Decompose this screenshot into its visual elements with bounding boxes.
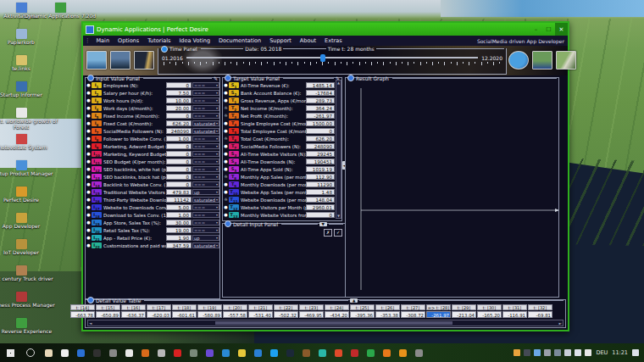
menu-item-main[interactable]: Main — [92, 37, 114, 44]
table-cell[interactable]: -620.03 — [147, 311, 171, 318]
target-value-field[interactable]: 1500.00 — [306, 120, 335, 126]
table-cell[interactable]: -213.04 — [452, 311, 476, 318]
target-value-field[interactable]: 148.04 — [306, 197, 335, 203]
input-mode-dropdown[interactable]: up▾ — [192, 235, 219, 241]
start-button[interactable] — [0, 343, 20, 362]
table-col-header[interactable]: t: [20] — [223, 304, 247, 310]
desktop-icon-app-developer[interactable]: App Developer — [0, 213, 58, 230]
cancel-button[interactable]: ✗ — [324, 229, 332, 237]
desktop-icon-te-links[interactable]: te.links — [0, 55, 58, 72]
taskbar-app-icon-6[interactable] — [121, 343, 137, 362]
desktop-icon-the-reverse-experience[interactable]: The Reverse Experience — [0, 318, 58, 335]
target-value-field[interactable]: 248090 — [306, 143, 335, 149]
window-titlebar[interactable]: Dynamic Applications | Perfect Desire – … — [83, 23, 568, 36]
table-cell[interactable]: -502.32 — [274, 311, 298, 318]
input-value-field[interactable]: 0 — [166, 166, 192, 172]
menu-item-documentation[interactable]: Documentation — [214, 37, 265, 44]
table-col-header[interactable]: t: [14] — [70, 304, 95, 310]
scene-thumb-1[interactable] — [86, 51, 107, 70]
target-value-field[interactable]: 29245 — [306, 151, 335, 157]
table-col-header[interactable]: t: [18] — [172, 304, 197, 310]
scene-thumb-2[interactable] — [110, 51, 130, 70]
table-col-header[interactable]: t: [25] — [350, 304, 375, 310]
input-mode-dropdown[interactable]: saturated▾ — [192, 120, 219, 126]
input-mode-dropdown[interactable]: ===▾ — [192, 113, 219, 119]
taskbar-app-icon-19[interactable] — [330, 343, 347, 362]
table-col-header[interactable]: t: [21] — [248, 304, 273, 310]
scroll-down-icon[interactable]: ▼ — [337, 214, 340, 218]
taskbar-app-icon-2[interactable] — [57, 343, 73, 362]
target-value-field[interactable]: 112.90 — [306, 174, 335, 180]
edit-pencil-icon[interactable]: ✎ — [214, 75, 218, 81]
scene-thumb-5[interactable] — [556, 51, 576, 70]
menu-item-idea-voting[interactable]: Idea Voting — [175, 37, 214, 44]
target-value-field[interactable]: -17684 — [306, 90, 335, 96]
taskbar-app-icon-18[interactable] — [314, 343, 330, 362]
tray-icon-2[interactable] — [524, 349, 530, 356]
input-mode-dropdown[interactable]: saturated▾ — [192, 128, 219, 134]
target-value-field[interactable]: 1485.14 — [306, 82, 335, 88]
scroll-right-icon[interactable]: ► — [559, 321, 562, 326]
table-collapse-button[interactable]: ▲ — [350, 298, 358, 303]
tray-icon-3[interactable] — [534, 349, 541, 356]
input-value-field[interactable]: 11142 — [166, 197, 192, 203]
input-mode-dropdown[interactable]: ===▾ — [192, 90, 219, 96]
menu-item-extras[interactable]: Extras — [320, 37, 347, 44]
table-col-header[interactable]: t: [15] — [96, 304, 120, 310]
input-value-field[interactable]: 1.90 — [166, 235, 192, 241]
menu-item-about[interactable]: About — [296, 37, 320, 44]
scroll-left-icon[interactable]: ◄ — [89, 321, 92, 326]
table-col-header[interactable]: => t: [28] — [426, 304, 451, 310]
desktop-icon-perfect-desire[interactable]: Perfect Desire — [0, 187, 58, 203]
input-value-field[interactable]: 0 — [166, 143, 192, 149]
table-hscrollbar[interactable]: ◄ ► — [87, 320, 564, 326]
language-indicator[interactable]: DEU — [596, 349, 608, 356]
table-cell[interactable]: -650.89 — [96, 311, 120, 318]
table-cell[interactable]: -165.20 — [477, 311, 502, 318]
table-cell[interactable]: -395.36 — [350, 311, 375, 318]
input-mode-dropdown[interactable]: ===▾ — [192, 143, 219, 149]
taskbar-app-icon-21[interactable] — [363, 343, 379, 362]
input-mode-dropdown[interactable]: ===▾ — [192, 204, 219, 210]
input-mode-dropdown[interactable]: ===▾ — [192, 136, 219, 142]
minimize-button[interactable]: – — [530, 23, 542, 36]
desktop-icon-startup-product-manager[interactable]: Startup Product Manager — [0, 160, 58, 177]
input-value-field[interactable]: 0 — [166, 181, 192, 187]
confirm-button[interactable]: ✓ — [334, 229, 342, 237]
table-cell[interactable]: -580.89 — [197, 311, 222, 318]
taskbar-app-icon-1[interactable] — [41, 343, 57, 362]
scroll-up-icon[interactable]: ▲ — [337, 81, 340, 85]
desktop-icon-papierkorb[interactable]: Papierkorb — [0, 29, 58, 46]
table-cell[interactable]: -636.37 — [121, 311, 146, 318]
table-col-header[interactable]: t: [26] — [375, 304, 400, 310]
action-center-icon[interactable] — [632, 349, 639, 356]
target-value-field[interactable]: 1019.19 — [306, 166, 335, 172]
tray-icon-8[interactable] — [585, 349, 591, 356]
target-scrollbar[interactable]: ▲ ▼ — [336, 80, 341, 219]
input-value-field[interactable]: 30.00 — [166, 220, 192, 226]
tray-icon-6[interactable] — [564, 349, 571, 356]
input-value-field[interactable]: 1.00 — [166, 136, 192, 142]
input-value-field[interactable]: 7.50 — [166, 90, 192, 96]
input-value-field[interactable]: 10.00 — [166, 97, 192, 103]
target-value-field[interactable]: 0 — [306, 128, 335, 134]
hscroll-thumb[interactable] — [215, 321, 452, 325]
search-button[interactable] — [20, 343, 41, 362]
input-value-field[interactable]: 347.59 — [166, 242, 192, 248]
target-value-field[interactable]: 0 — [306, 212, 335, 218]
tray-icon-7[interactable] — [575, 349, 581, 356]
table-cell[interactable]: -69.81 — [528, 311, 552, 318]
table-col-header[interactable]: t: [32] — [528, 304, 552, 310]
target-value-field[interactable]: 2960.01 — [306, 204, 335, 210]
target-value-field[interactable]: 190451 — [306, 159, 335, 164]
target-value-field[interactable]: 1.48 — [306, 189, 335, 195]
result-graph-chart[interactable] — [346, 81, 558, 293]
collapse-button[interactable]: ▼ — [319, 222, 327, 226]
table-col-header[interactable]: t: [24] — [325, 304, 349, 310]
table-cell-selected[interactable]: -261.97 — [426, 311, 451, 318]
desktop-icon-business-process-manager[interactable]: Business Process Manager — [0, 292, 58, 309]
desktop-icon-21st-century-truck-driver[interactable]: 21st century Truck driver — [0, 265, 58, 282]
taskbar-app-icon-12[interactable] — [218, 343, 234, 362]
taskbar-app-icon-7[interactable] — [137, 343, 153, 362]
table-cell[interactable]: -434.20 — [325, 311, 349, 318]
